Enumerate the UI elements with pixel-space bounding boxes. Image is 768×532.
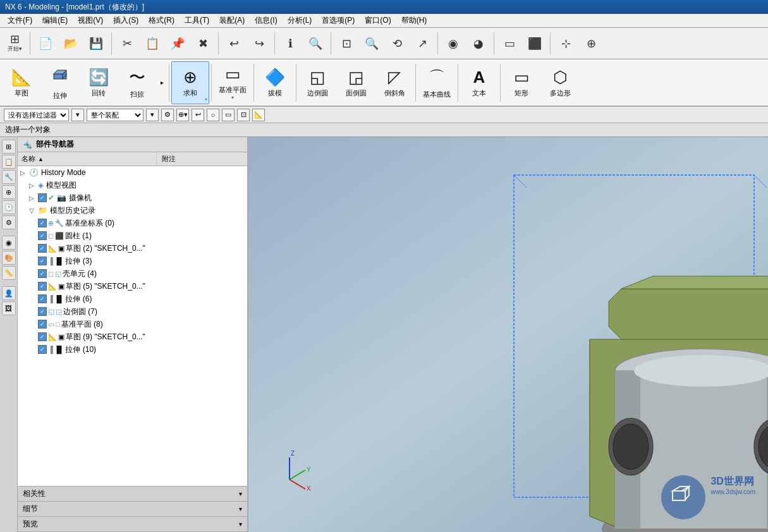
tree-item-coord[interactable]: ✓ ⊕ 🔧 基准坐标系 (0) [18, 217, 247, 229]
check-extrude10[interactable]: ✓ [38, 345, 47, 354]
sweep-btn[interactable]: 〜 扫掠 [118, 61, 156, 104]
start-button[interactable]: ⊞ 开始▾ [3, 30, 27, 57]
check-sketch5[interactable]: ✓ [38, 282, 47, 291]
sel-3d-btn[interactable]: ⊡ [237, 109, 250, 121]
history-nav-btn[interactable]: 🕐 [2, 200, 16, 214]
assembly-nav-btn[interactable]: ⊞ [2, 140, 16, 154]
menu-item-assembly[interactable]: 装配(A) [214, 14, 250, 27]
menu-item-format[interactable]: 格式(R) [143, 14, 180, 27]
menu-item-help[interactable]: 帮助(H) [396, 14, 432, 27]
sel-snap-btn[interactable]: 📐 [252, 109, 265, 121]
view-btn-4[interactable]: ↗ [410, 30, 434, 57]
tree-item-sketch5[interactable]: ✓ 📐 ▣ 草图 (5) "SKETCH_0..." [18, 280, 247, 293]
tree-item-sketch9[interactable]: ✓ 📐 ▣ 草图 (9) "SKETCH_0..." [18, 330, 247, 343]
save-button[interactable]: 💾 [84, 30, 108, 57]
cut-button[interactable]: ✂ [115, 30, 139, 57]
delete-button[interactable]: ✖ [191, 30, 215, 57]
union-btn[interactable]: ⊕ 求和 ▾ [171, 61, 209, 104]
constraint-nav-btn[interactable]: 📋 [2, 155, 16, 169]
check-edge7[interactable]: ✓ [38, 307, 47, 316]
tree-item-sketch2[interactable]: ✓ 📐 ▣ 草图 (2) "SKETCH_0..." [18, 242, 247, 255]
sel-lasso-btn[interactable]: ○ [207, 109, 219, 121]
shade-btn[interactable]: ◕ [466, 30, 491, 57]
menu-item-view[interactable]: 视图(V) [73, 14, 108, 27]
datum-plane-btn[interactable]: ▭ 基准平面 ▾ [214, 61, 252, 104]
view-btn-1[interactable]: ⊡ [334, 30, 358, 57]
filter-dropdown[interactable]: 没有选择过滤器 [4, 109, 69, 121]
assembly-dropdown[interactable]: 整个装配 [87, 109, 143, 121]
tree-item-cylinder[interactable]: ✓ ◻ ⬛ 圆柱 (1) [18, 229, 247, 242]
menu-item-analysis[interactable]: 分析(L) [283, 14, 317, 27]
mfg-nav-btn[interactable]: ⚙ [2, 215, 16, 229]
menu-item-preferences[interactable]: 首选项(P) [317, 14, 360, 27]
tree-item-history-rec[interactable]: ▽ 📁 模型历史记录 [18, 204, 247, 217]
snap-btn-1[interactable]: ⊹ [554, 30, 578, 57]
sel-cursor-btn[interactable]: ↩ [192, 109, 204, 121]
edge-blend-btn[interactable]: ◱ 边倒圆 [298, 61, 336, 104]
tree-item-datum8[interactable]: ✓ ▭ □ 基准平面 (8) [18, 318, 247, 330]
snap-btn-2[interactable]: ⊕ [579, 30, 603, 57]
new-button[interactable]: 📄 [34, 30, 58, 57]
info-button[interactable]: ℹ [278, 30, 302, 57]
check-extrude3[interactable]: ✓ [38, 257, 47, 265]
check-datum8[interactable]: ✓ [38, 320, 47, 329]
menu-item-info[interactable]: 信息(I) [250, 14, 282, 27]
expand-icon-model-view[interactable]: ▷ [29, 182, 38, 189]
tree-item-extrude10[interactable]: ✓ ▐ ▐▌ 拉伸 (10) [18, 343, 247, 356]
view-btn-2[interactable]: 🔍 [360, 30, 384, 57]
section1-more[interactable]: ▸ [157, 79, 167, 86]
paste-button[interactable]: 📌 [166, 30, 190, 57]
tree-item-shell4[interactable]: ✓ ◻ ◱ 壳单元 (4) [18, 267, 247, 280]
part-nav-btn[interactable]: 🔧 [2, 170, 16, 184]
polygon-btn[interactable]: ⬡ 多边形 [541, 61, 579, 104]
datum-nav-btn[interactable]: ⊕ [2, 185, 16, 199]
render-btn[interactable]: ◉ [441, 30, 465, 57]
search-button[interactable]: 🔍 [303, 30, 327, 57]
face-blend-btn[interactable]: ◲ 面倒圆 [337, 61, 375, 104]
expand-icon-history-rec[interactable]: ▽ [29, 207, 38, 214]
sel-settings-btn[interactable]: ⚙ [161, 109, 174, 121]
sel-add-btn[interactable]: ⊕▾ [176, 109, 189, 121]
menu-item-tools[interactable]: 工具(T) [180, 14, 214, 27]
view-btn-3[interactable]: ⟲ [385, 30, 409, 57]
tree-item-history[interactable]: ▷ 🕐 History Mode [18, 166, 247, 179]
menu-item-edit[interactable]: 编辑(E) [37, 14, 73, 27]
draft-btn[interactable]: 🔷 拔模 [256, 61, 294, 104]
extrude-btn[interactable]: 拉伸 [41, 61, 79, 104]
rect-btn[interactable]: ▭ 矩形 [503, 61, 540, 104]
tree-item-extrude6[interactable]: ✓ ▐ ▐▌ 拉伸 (6) [18, 293, 247, 305]
spline-btn[interactable]: ⌒ 基本曲线 [418, 61, 456, 104]
undo-button[interactable]: ↩ [222, 30, 246, 57]
check-sketch9[interactable]: ✓ [38, 332, 47, 341]
measure-nav-btn[interactable]: 📏 [2, 266, 16, 280]
preview-section[interactable]: 预览 ▾ [18, 517, 247, 532]
redo-button[interactable]: ↪ [247, 30, 271, 57]
tree-item-edge7[interactable]: ✓ ◱ ◲ 边倒圆 (7) [18, 305, 247, 318]
text-btn[interactable]: A 文本 [460, 61, 498, 104]
tree-item-camera[interactable]: ▷ ✓ ✔ 📷 摄像机 [18, 191, 247, 204]
more-btn-2[interactable]: ⬛ [523, 30, 547, 57]
chamfer-btn[interactable]: ◸ 倒斜角 [375, 61, 413, 104]
user-nav-btn[interactable]: 👤 [2, 286, 16, 300]
filter-dropdown-arrow[interactable]: ▾ [71, 109, 84, 121]
open-button[interactable]: 📂 [59, 30, 83, 57]
preview-nav-btn[interactable]: 🖼 [2, 301, 16, 315]
assembly-dropdown-arrow[interactable]: ▾ [146, 109, 159, 121]
menu-item-insert[interactable]: 插入(S) [108, 14, 143, 27]
expand-icon-camera[interactable]: ▷ [29, 195, 38, 202]
tree-item-model-view[interactable]: ▷ ◈ 模型视图 [18, 179, 247, 191]
color-nav-btn[interactable]: 🎨 [2, 251, 16, 265]
check-coord[interactable]: ✓ [38, 219, 47, 227]
revolve-btn[interactable]: 🔄 回转 [80, 61, 118, 104]
view-nav-btn[interactable]: ◉ [2, 236, 16, 250]
check-sketch2[interactable]: ✓ [38, 244, 47, 253]
menu-item-window[interactable]: 窗口(O) [360, 14, 396, 27]
sketch-btn[interactable]: 📐 草图 [3, 61, 40, 104]
viewport[interactable]: X Y Z 3D世界网 www.3dsjw.com [248, 137, 768, 532]
check-extrude6[interactable]: ✓ [38, 294, 47, 303]
sel-rect-btn[interactable]: ▭ [222, 109, 235, 121]
check-camera[interactable]: ✓ [38, 193, 47, 202]
menu-item-file[interactable]: 文件(F) [3, 14, 37, 27]
expand-icon-history[interactable]: ▷ [20, 169, 29, 176]
more-btn-1[interactable]: ▭ [497, 30, 521, 57]
